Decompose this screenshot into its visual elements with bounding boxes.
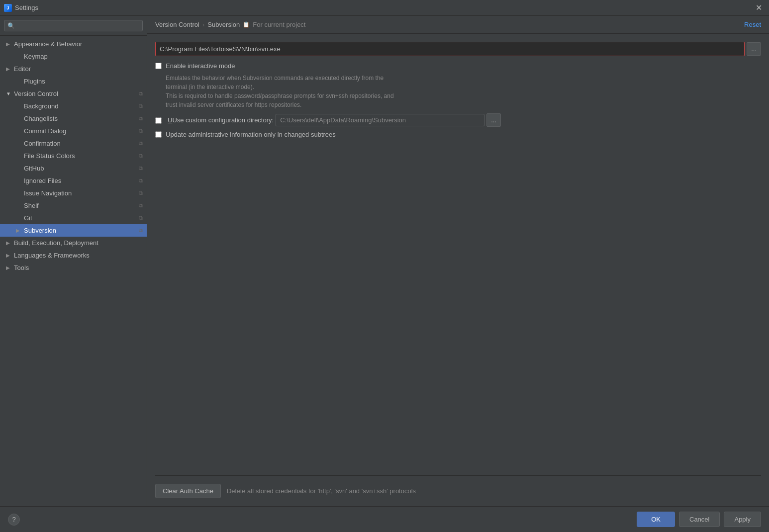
arrow-icon: ▶ bbox=[6, 41, 12, 47]
use-custom-dir-label: UUse custom configuration directory: bbox=[168, 116, 274, 124]
bottom-right: OK Cancel Apply bbox=[637, 512, 761, 527]
sidebar-item-shelf[interactable]: Shelf ⧉ bbox=[0, 199, 147, 212]
copy-icon: ⧉ bbox=[139, 140, 143, 147]
app-icon: J bbox=[4, 4, 12, 12]
copy-icon: ⧉ bbox=[139, 115, 143, 122]
sidebar: 🔍 ▶ Appearance & Behavior Keymap ▶ Edito… bbox=[0, 16, 147, 506]
title-bar-title: Settings bbox=[15, 4, 38, 11]
sidebar-item-changelists[interactable]: Changelists ⧉ bbox=[0, 112, 147, 125]
svn-path-input[interactable] bbox=[155, 42, 745, 56]
breadcrumb: Version Control › Subversion 📋 For curre… bbox=[155, 21, 305, 28]
sidebar-item-keymap[interactable]: Keymap bbox=[0, 50, 147, 63]
help-button[interactable]: ? bbox=[8, 514, 20, 526]
sidebar-item-appearance[interactable]: ▶ Appearance & Behavior bbox=[0, 38, 147, 50]
browse-button[interactable]: ... bbox=[747, 42, 761, 56]
breadcrumb-separator: › bbox=[202, 21, 204, 28]
search-input[interactable] bbox=[17, 22, 139, 29]
sidebar-item-version-control[interactable]: ▼ Version Control ⧉ bbox=[0, 88, 147, 100]
sidebar-item-confirmation[interactable]: Confirmation ⧉ bbox=[0, 137, 147, 150]
sidebar-item-editor[interactable]: ▶ Editor bbox=[0, 63, 147, 75]
sidebar-item-github[interactable]: GitHub ⧉ bbox=[0, 162, 147, 175]
cancel-button[interactable]: Cancel bbox=[679, 512, 720, 527]
content-area: Version Control › Subversion 📋 For curre… bbox=[147, 16, 769, 506]
copy-icon: ⧉ bbox=[139, 90, 143, 97]
use-custom-dir-checkbox[interactable] bbox=[155, 117, 162, 124]
sidebar-item-plugins[interactable]: Plugins bbox=[0, 75, 147, 88]
sidebar-item-commit-dialog[interactable]: Commit Dialog ⧉ bbox=[0, 125, 147, 137]
content-header: Version Control › Subversion 📋 For curre… bbox=[147, 16, 769, 34]
custom-dir-input[interactable] bbox=[276, 114, 484, 126]
clear-auth-desc: Delete all stored credentials for 'http'… bbox=[227, 487, 416, 495]
copy-icon: ⧉ bbox=[139, 177, 143, 184]
custom-dir-row: UUse custom configuration directory: ... bbox=[155, 113, 761, 127]
breadcrumb-icon: 📋 bbox=[243, 21, 250, 28]
search-icon: 🔍 bbox=[7, 22, 15, 29]
main-container: 🔍 ▶ Appearance & Behavior Keymap ▶ Edito… bbox=[0, 16, 769, 506]
title-bar: J Settings ✕ bbox=[0, 0, 769, 16]
sidebar-item-languages[interactable]: ▶ Languages & Frameworks bbox=[0, 249, 147, 262]
custom-dir-browse-button[interactable]: ... bbox=[486, 113, 501, 127]
sidebar-item-background[interactable]: Background ⧉ bbox=[0, 100, 147, 112]
content-scroll: ... Enable interactive mode Emulates the… bbox=[147, 34, 769, 506]
bottom-left: ? bbox=[8, 514, 20, 526]
enable-interactive-checkbox[interactable] bbox=[155, 63, 162, 69]
copy-icon: ⧉ bbox=[139, 215, 143, 221]
title-bar-left: J Settings bbox=[4, 4, 38, 12]
search-wrapper[interactable]: 🔍 bbox=[4, 20, 143, 31]
update-admin-row: Update administrative information only i… bbox=[155, 131, 761, 138]
sidebar-item-tools[interactable]: ▶ Tools bbox=[0, 262, 147, 274]
sidebar-item-ignored-files[interactable]: Ignored Files ⧉ bbox=[0, 175, 147, 187]
sidebar-item-git[interactable]: Git ⧉ bbox=[0, 212, 147, 224]
arrow-icon: ▶ bbox=[6, 253, 12, 258]
clear-auth-button[interactable]: Clear Auth Cache bbox=[155, 484, 221, 498]
copy-icon: ⧉ bbox=[139, 128, 143, 134]
enable-interactive-mode-row: Enable interactive mode bbox=[155, 62, 761, 70]
arrow-icon: ▶ bbox=[6, 265, 12, 270]
search-bar: 🔍 bbox=[0, 16, 147, 36]
sidebar-item-subversion[interactable]: ▶ Subversion ⧉ bbox=[0, 224, 147, 237]
bottom-section: Clear Auth Cache Delete all stored crede… bbox=[147, 475, 769, 506]
copy-icon: ⧉ bbox=[139, 227, 143, 234]
breadcrumb-part2: Subversion bbox=[207, 21, 240, 28]
copy-icon: ⧉ bbox=[139, 103, 143, 109]
desc-line3: This is required to handle password/pass… bbox=[166, 92, 394, 99]
update-admin-checkbox[interactable] bbox=[155, 131, 162, 138]
arrow-icon: ▶ bbox=[16, 228, 22, 233]
desc-line4: trust invalid server certificates for ht… bbox=[166, 101, 301, 108]
apply-button[interactable]: Apply bbox=[724, 512, 761, 527]
sidebar-item-build-execution[interactable]: ▶ Build, Execution, Deployment bbox=[0, 237, 147, 249]
sidebar-item-issue-navigation[interactable]: Issue Navigation ⧉ bbox=[0, 187, 147, 199]
svn-path-row: ... bbox=[155, 42, 761, 56]
copy-icon: ⧉ bbox=[139, 202, 143, 209]
copy-icon: ⧉ bbox=[139, 165, 143, 172]
update-admin-label: Update administrative information only i… bbox=[166, 131, 336, 138]
interactive-mode-desc: Emulates the behavior when Subversion co… bbox=[166, 74, 761, 109]
copy-icon: ⧉ bbox=[139, 190, 143, 196]
sidebar-item-file-status-colors[interactable]: File Status Colors ⧉ bbox=[0, 150, 147, 162]
breadcrumb-suffix: For current project bbox=[253, 21, 305, 28]
desc-line2: terminal (in the interactive mode). bbox=[166, 84, 254, 90]
desc-line1: Emulates the behavior when Subversion co… bbox=[166, 75, 384, 82]
content-inner: ... Enable interactive mode Emulates the… bbox=[147, 34, 769, 475]
arrow-icon: ▶ bbox=[6, 240, 12, 246]
enable-interactive-label: Enable interactive mode bbox=[166, 62, 235, 70]
bottom-bar: ? OK Cancel Apply bbox=[0, 506, 769, 532]
breadcrumb-part1: Version Control bbox=[155, 21, 199, 28]
arrow-icon: ▶ bbox=[6, 66, 12, 72]
nav-items: ▶ Appearance & Behavior Keymap ▶ Editor … bbox=[0, 36, 147, 506]
arrow-icon: ▼ bbox=[6, 91, 12, 96]
copy-icon: ⧉ bbox=[139, 153, 143, 159]
reset-link[interactable]: Reset bbox=[744, 21, 761, 28]
clear-auth-section: Clear Auth Cache Delete all stored crede… bbox=[155, 475, 761, 498]
ok-button[interactable]: OK bbox=[637, 512, 675, 527]
close-button[interactable]: ✕ bbox=[753, 2, 765, 13]
